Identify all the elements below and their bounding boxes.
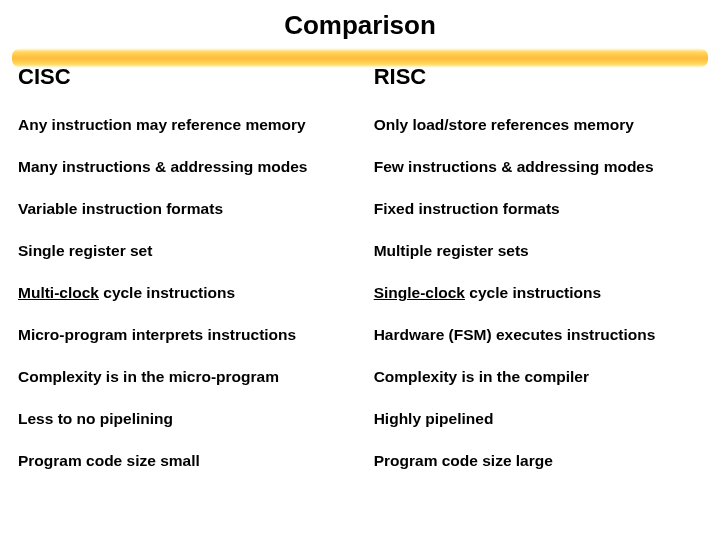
risc-cell: Fixed instruction formats xyxy=(374,188,702,230)
table-row: Micro-program interprets instructions Ha… xyxy=(18,314,702,356)
table-row: Program code size small Program code siz… xyxy=(18,440,702,482)
rest-text: cycle instructions xyxy=(465,284,601,301)
table-row: Single register set Multiple register se… xyxy=(18,230,702,272)
table-row: Many instructions & addressing modes Few… xyxy=(18,146,702,188)
cisc-cell: Any instruction may reference memory xyxy=(18,104,374,146)
slide-title: Comparison xyxy=(0,0,720,41)
comparison-content: CISC RISC Any instruction may reference … xyxy=(18,58,702,482)
risc-cell: Highly pipelined xyxy=(374,398,702,440)
comparison-table: CISC RISC Any instruction may reference … xyxy=(18,58,702,482)
header-cisc: CISC xyxy=(18,58,374,104)
slide: Comparison CISC RISC Any instruction may… xyxy=(0,0,720,540)
cisc-cell: Many instructions & addressing modes xyxy=(18,146,374,188)
table-row: Variable instruction formats Fixed instr… xyxy=(18,188,702,230)
risc-cell: Program code size large xyxy=(374,440,702,482)
risc-cell: Single-clock cycle instructions xyxy=(374,272,702,314)
risc-cell: Few instructions & addressing modes xyxy=(374,146,702,188)
cisc-cell: Multi-clock cycle instructions xyxy=(18,272,374,314)
cisc-cell: Less to no pipelining xyxy=(18,398,374,440)
cisc-cell: Micro-program interprets instructions xyxy=(18,314,374,356)
underline-text: Multi-clock xyxy=(18,284,99,301)
table-row: Less to no pipelining Highly pipelined xyxy=(18,398,702,440)
risc-cell: Only load/store references memory xyxy=(374,104,702,146)
header-risc: RISC xyxy=(374,58,702,104)
table-row: Multi-clock cycle instructions Single-cl… xyxy=(18,272,702,314)
risc-cell: Multiple register sets xyxy=(374,230,702,272)
risc-cell: Complexity is in the compiler xyxy=(374,356,702,398)
rest-text: cycle instructions xyxy=(99,284,235,301)
table-header-row: CISC RISC xyxy=(18,58,702,104)
cisc-cell: Program code size small xyxy=(18,440,374,482)
risc-cell: Hardware (FSM) executes instructions xyxy=(374,314,702,356)
table-row: Complexity is in the micro-program Compl… xyxy=(18,356,702,398)
underline-text: Single-clock xyxy=(374,284,465,301)
cisc-cell: Complexity is in the micro-program xyxy=(18,356,374,398)
cisc-cell: Single register set xyxy=(18,230,374,272)
table-row: Any instruction may reference memory Onl… xyxy=(18,104,702,146)
cisc-cell: Variable instruction formats xyxy=(18,188,374,230)
